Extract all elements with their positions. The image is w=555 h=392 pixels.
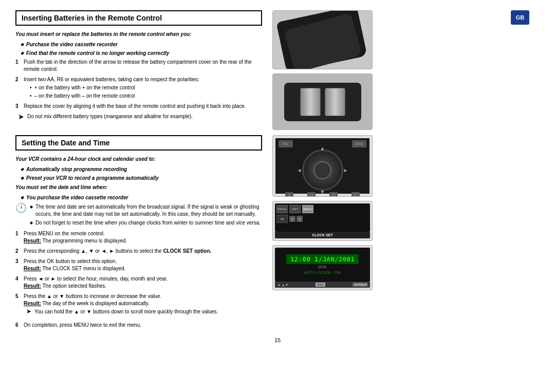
- vcr-outer-dial: [302, 150, 343, 191]
- clock-display: 12:00 1/JAN/2001 MON AUTO CLOCK : ON: [275, 248, 370, 282]
- bullet-purchase-vcr: You purchase the video cassette recorder: [15, 194, 262, 201]
- gb-badge-text: GB: [516, 14, 525, 21]
- clock-note-container: 🕐 The time and date are set automaticall…: [15, 203, 262, 228]
- arrow-icon: ➤: [18, 112, 24, 122]
- section-datetime-title: Setting the Date and Time: [15, 135, 262, 151]
- step5-note: ➤ You can hold the ▲ or ▼ buttons down t…: [24, 308, 262, 316]
- menu-counter: 8 8: [289, 215, 303, 223]
- step-datetime-1: 1 Press MENU on the remote control. Resu…: [15, 230, 262, 245]
- page: GB Inserting Batteries in the Remote Con…: [0, 0, 555, 392]
- bullet-nolonger: Find that the remote control is no longe…: [15, 50, 262, 57]
- menu-icon-cam: 📷: [276, 215, 288, 223]
- sub-bullet-minus: – on the battery with – on the remote co…: [24, 92, 262, 100]
- clock-time-display: 12:00 1/JAN/2001: [286, 254, 359, 264]
- vcr-screen-3: 12:00 1/JAN/2001 MON AUTO CLOCK : ON ◄ ▲…: [272, 245, 373, 290]
- arrow-down: ▼: [320, 189, 325, 195]
- counter-r: 8: [297, 216, 303, 222]
- section-batteries-title: Inserting Batteries in the Remote Contro…: [15, 10, 262, 26]
- nav-arrows: ◄ ▲▼: [277, 283, 289, 287]
- auto-clock-label: AUTO CLOCK : ON: [304, 270, 341, 275]
- batteries-intro: You must insert or replace the batteries…: [15, 31, 262, 38]
- menu-button: MENU: [352, 140, 366, 147]
- vcr-display-1: REC MENU ▲ ▼ ◄ ►: [275, 138, 369, 194]
- page-number: 15: [15, 337, 540, 343]
- sub-bullet-plus: + on the battery with + on the remote co…: [24, 84, 262, 91]
- menu-row2: 📷 8 8: [276, 215, 368, 223]
- step-batteries-3: 3 Replace the cover by aligning it with …: [15, 103, 262, 110]
- menu-icons-row: PROG OPT MENU: [276, 205, 368, 213]
- clock-icon: 🕐: [15, 202, 27, 214]
- arrow-icon-5: ➤: [26, 307, 31, 316]
- step-datetime-5: 5 Press the ▲ or ▼ buttons to increase o…: [15, 293, 262, 319]
- arrow-right: ►: [343, 167, 348, 173]
- step-datetime-3: 3 Press the OK button to select this opt…: [15, 258, 262, 272]
- btn-timer: TMR: [351, 192, 360, 197]
- datetime-intro1: Your VCR contains a 24-hour clock and ca…: [15, 156, 262, 163]
- arrow-left: ◄: [297, 167, 302, 173]
- vcr-screen-2: PROG OPT MENU 📷 8 8 CLOCK SET: [272, 201, 373, 241]
- datetime-intro2: You must set the date and time when:: [15, 184, 262, 191]
- nav-bar-bottom: ◄ ▲▼ END OK/MEM: [275, 282, 370, 288]
- clock-notes: The time and date are set automatically …: [30, 203, 262, 228]
- vcr-dial-area: ▲ ▼ ◄ ►: [275, 150, 369, 191]
- menu-screen: PROG OPT MENU 📷 8 8: [275, 203, 370, 232]
- section-datetime-images: REC MENU ▲ ▼ ◄ ►: [272, 135, 375, 332]
- section-datetime: Setting the Date and Time Your VCR conta…: [15, 135, 540, 332]
- step-datetime-6: 6 On completion, press MENU twice to exi…: [15, 322, 262, 329]
- btn-speed: SP: [285, 192, 293, 197]
- gb-badge: GB: [511, 10, 529, 25]
- bullet-stop-recording: Automatically stop programme recording: [15, 166, 262, 173]
- arrow-up: ▲: [320, 145, 325, 151]
- section-batteries-images: [272, 10, 375, 130]
- clock-mon-label: MON: [318, 265, 326, 269]
- battery-cell-2: [325, 88, 345, 116]
- vcr-inner-dial: [313, 161, 331, 179]
- vcr-screen-1: REC MENU ▲ ▼ ◄ ►: [272, 135, 373, 197]
- bullet-purchase: Purchase the video cassette recorder: [15, 41, 262, 48]
- section-datetime-content: Setting the Date and Time Your VCR conta…: [15, 135, 262, 332]
- clock-set-label-text: CLOCK SET: [312, 233, 332, 237]
- rec-button: REC: [279, 140, 293, 147]
- counter-l: 8: [289, 216, 295, 222]
- end-button: END: [316, 283, 325, 287]
- section-batteries-content: Inserting Batteries in the Remote Contro…: [15, 10, 262, 130]
- battery-compartment-image: [272, 73, 373, 130]
- step-batteries-2: 2 Insert two AA, R6 or equivalent batter…: [15, 76, 262, 100]
- step-datetime-4: 4 Press ◄ or ► to select the hour, minut…: [15, 275, 262, 290]
- step-batteries-1: 1 Push the tab in the direction of the a…: [15, 59, 262, 73]
- clock-set-label-bar: CLOCK SET: [275, 232, 370, 238]
- menu-icon-opt: OPT: [289, 205, 301, 213]
- ok-button-disp: OK/MEM: [353, 283, 368, 287]
- step-datetime-2: 2 Press the corresponding ▲, ▼ or ◄, ► b…: [15, 248, 262, 255]
- btn-track: TRK: [329, 192, 338, 197]
- clock-note-2: Do not forget to reset the time when you…: [30, 219, 262, 227]
- section-batteries: Inserting Batteries in the Remote Contro…: [15, 10, 540, 130]
- vcr-dial-container: ▲ ▼ ◄ ►: [302, 150, 343, 191]
- menu-icon-prog: PROG: [276, 205, 288, 213]
- btn-dup: DUB: [307, 192, 316, 197]
- battery-cell-1: [300, 88, 321, 116]
- bullet-preset-record: Preset your VCR to record a programme au…: [15, 175, 262, 182]
- clock-note-1: The time and date are set automatically …: [30, 203, 262, 218]
- menu-icon-menu: MENU: [302, 205, 313, 213]
- remote-image-top: [272, 10, 373, 69]
- note-batteries: ➤ Do not mix different battery types (ma…: [15, 113, 262, 122]
- battery-compartment: [284, 83, 361, 121]
